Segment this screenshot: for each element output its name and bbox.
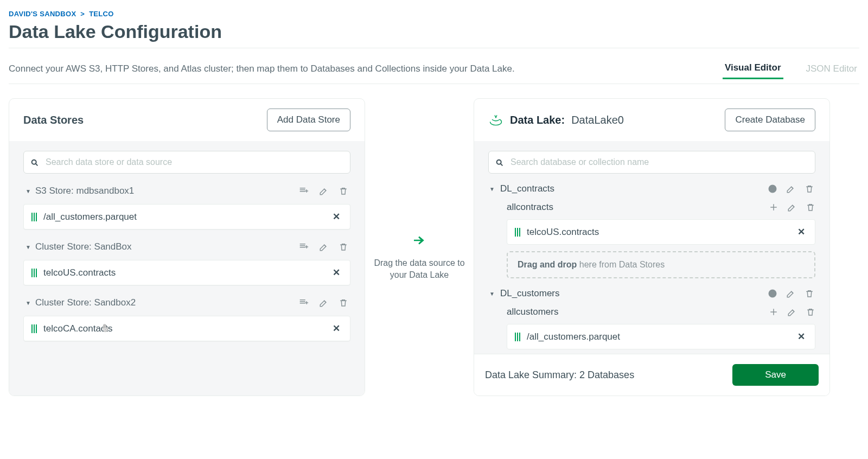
- drag-handle-icon[interactable]: [515, 333, 520, 341]
- edit-icon[interactable]: [786, 289, 796, 298]
- search-database-input[interactable]: [509, 157, 808, 168]
- data-lake-icon: [488, 112, 503, 127]
- search-data-store-input[interactable]: [44, 157, 343, 168]
- caret-down-icon: ▼: [25, 188, 31, 194]
- breadcrumb-leaf[interactable]: TELCO: [89, 10, 114, 18]
- mapped-source-name: telcoUS.contracts: [527, 227, 599, 238]
- database-name: DL_customers: [500, 288, 560, 299]
- database-toggle[interactable]: ▼ DL_contracts: [489, 183, 554, 194]
- caret-down-icon: ▼: [25, 300, 31, 306]
- svg-point-2: [497, 160, 501, 164]
- drag-hint-line2: your Data Lake: [374, 269, 464, 281]
- trash-icon[interactable]: [805, 184, 814, 194]
- collection-name: allcustomers: [507, 307, 558, 317]
- mapped-source-chip[interactable]: telcoUS.contracts ✕: [507, 219, 815, 245]
- save-button[interactable]: Save: [732, 364, 819, 386]
- drag-hint-area: Drag the data source to your Data Lake: [365, 98, 474, 396]
- svg-point-0: [32, 160, 36, 164]
- trash-icon[interactable]: [339, 186, 348, 196]
- divider: [9, 48, 859, 48]
- trash-icon[interactable]: [339, 298, 348, 308]
- store-label: S3 Store: mdbsandbox1: [35, 186, 134, 196]
- data-source-name: /all_customers.parquet: [43, 212, 137, 222]
- drag-handle-icon[interactable]: [515, 228, 520, 237]
- arrow-right-icon: [411, 228, 427, 250]
- mapped-source-chip[interactable]: /all_customers.parquet ✕: [507, 324, 815, 349]
- data-stores-heading: Data Stores: [23, 114, 84, 126]
- create-database-button[interactable]: Create Database: [725, 109, 815, 131]
- remove-mapped-source-icon[interactable]: ✕: [795, 226, 807, 238]
- edit-icon[interactable]: [319, 298, 329, 308]
- remove-source-icon[interactable]: ✕: [330, 267, 342, 278]
- data-source-name: telcoUS.contracts: [43, 267, 116, 278]
- page-description: Connect your AWS S3, HTTP Stores, and At…: [9, 63, 515, 74]
- add-data-store-button[interactable]: Add Data Store: [267, 109, 350, 131]
- drag-handle-icon[interactable]: [31, 213, 37, 221]
- search-icon: [30, 157, 39, 167]
- trash-icon[interactable]: [806, 202, 815, 212]
- data-source-chip[interactable]: telcoCA.contacts ✕: [23, 316, 350, 341]
- page-title: Data Lake Configuration: [9, 21, 859, 42]
- drag-handle-icon[interactable]: [31, 324, 37, 333]
- search-data-store[interactable]: [23, 151, 350, 174]
- search-icon: [495, 157, 504, 167]
- data-source-chip[interactable]: telcoUS.contracts ✕: [23, 260, 350, 285]
- trash-icon[interactable]: [805, 289, 814, 298]
- data-source-name: telcoCA.contacts: [43, 323, 113, 334]
- remove-source-icon[interactable]: ✕: [330, 211, 342, 222]
- svg-line-1: [36, 163, 38, 165]
- add-source-icon[interactable]: [298, 242, 309, 252]
- database-name: DL_contracts: [500, 183, 554, 194]
- data-lake-summary: Data Lake Summary: 2 Databases: [485, 369, 634, 381]
- add-source-icon[interactable]: [298, 186, 309, 196]
- divider: [9, 84, 859, 84]
- tab-visual-editor[interactable]: Visual Editor: [723, 58, 783, 79]
- store-toggle[interactable]: ▼ Cluster Store: SandBox: [25, 241, 132, 252]
- search-database[interactable]: [488, 151, 815, 174]
- edit-icon[interactable]: [786, 184, 796, 194]
- dropzone[interactable]: Drag and drop here from Data Stores: [507, 251, 815, 278]
- mapped-source-name: /all_customers.parquet: [527, 331, 620, 342]
- breadcrumb-root[interactable]: DAVID'S SANDBOX: [9, 10, 76, 18]
- breadcrumb-sep: >: [80, 10, 85, 18]
- data-stores-panel: Data Stores Add Data Store ▼ S3 Store: m…: [9, 98, 365, 396]
- edit-icon[interactable]: [319, 242, 329, 252]
- add-source-icon[interactable]: [769, 202, 778, 212]
- remove-source-icon[interactable]: ✕: [330, 323, 342, 334]
- edit-icon[interactable]: [787, 307, 797, 317]
- edit-icon[interactable]: [319, 186, 329, 196]
- add-collection-icon[interactable]: [768, 289, 777, 298]
- store-label: Cluster Store: SandBox: [35, 241, 132, 252]
- caret-down-icon: ▼: [489, 291, 495, 297]
- caret-down-icon: ▼: [489, 186, 495, 192]
- data-lake-name: DataLake0: [571, 114, 624, 126]
- collection-name: allcontracts: [507, 202, 553, 213]
- caret-down-icon: ▼: [25, 244, 31, 250]
- edit-icon[interactable]: [787, 202, 797, 212]
- remove-mapped-source-icon[interactable]: ✕: [795, 331, 807, 342]
- store-toggle[interactable]: ▼ Cluster Store: Sandbox2: [25, 297, 136, 308]
- data-lake-label: Data Lake:: [510, 114, 565, 126]
- trash-icon[interactable]: [806, 307, 815, 317]
- svg-line-3: [501, 163, 503, 165]
- tab-json-editor[interactable]: JSON Editor: [804, 59, 859, 79]
- drag-handle-icon[interactable]: [31, 269, 37, 277]
- drag-hint-line1: Drag the data source to: [374, 257, 464, 269]
- store-toggle[interactable]: ▼ S3 Store: mdbsandbox1: [25, 186, 134, 196]
- trash-icon[interactable]: [339, 242, 348, 252]
- data-lake-panel: Data Lake: DataLake0 Create Database ▼ D…: [474, 98, 830, 396]
- breadcrumb[interactable]: DAVID'S SANDBOX > TELCO: [9, 10, 859, 18]
- add-collection-icon[interactable]: [768, 184, 777, 194]
- database-toggle[interactable]: ▼ DL_customers: [489, 288, 560, 299]
- data-source-chip[interactable]: /all_customers.parquet ✕: [23, 204, 350, 229]
- add-source-icon[interactable]: [298, 298, 309, 308]
- add-source-icon[interactable]: [769, 307, 778, 317]
- editor-tabs: Visual Editor JSON Editor: [723, 58, 859, 79]
- store-label: Cluster Store: Sandbox2: [35, 297, 136, 308]
